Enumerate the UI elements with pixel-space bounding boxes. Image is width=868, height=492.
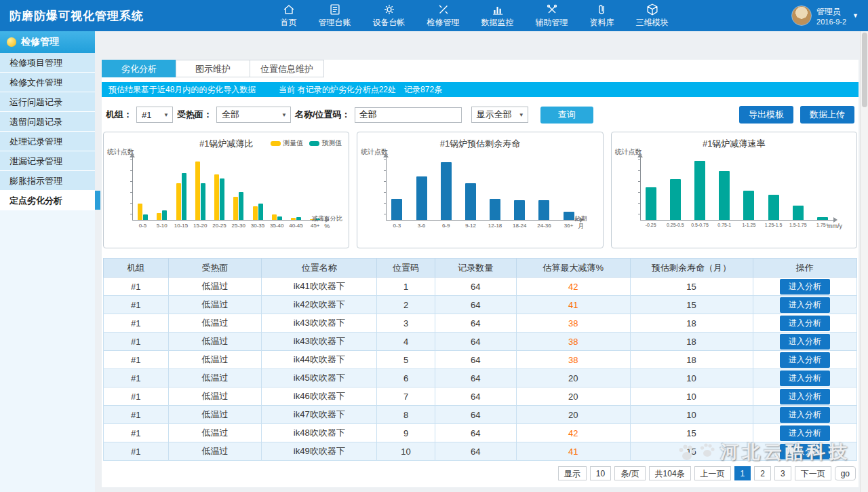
chevron-down-icon: ▼ (281, 112, 287, 118)
enter-analysis-button[interactable]: 进入分析 (780, 371, 830, 386)
tab-2[interactable]: 位置信息维护 (250, 60, 324, 77)
ledger-icon (328, 3, 342, 16)
chart-bar (465, 183, 476, 220)
surface-select[interactable]: 全部 ▼ (216, 107, 291, 123)
table-row: #1低温过ik41吹吹器下1644215进入分析 (104, 278, 857, 296)
notice-text-2: 当前 有记录的炉劣化分析点22处 记录872条 (279, 85, 442, 94)
cell-thinning: 42 (516, 278, 630, 296)
nav-item-3[interactable]: 检修管理 (427, 3, 460, 29)
bar-group: 30-35 (253, 157, 263, 220)
cell-code: 4 (377, 333, 435, 351)
unit-select[interactable]: #1 ▼ (136, 107, 173, 123)
next-page-button[interactable]: 下一页 (795, 466, 831, 480)
cell-unit: #1 (104, 369, 169, 387)
page-number-2[interactable]: 2 (754, 466, 771, 480)
x-tick-label: 24-36 (537, 223, 551, 229)
nav-item-6[interactable]: 资料库 (590, 3, 614, 29)
display-select[interactable]: 显示全部 ▼ (471, 107, 528, 123)
user-menu[interactable]: 管理员 2016-9-2 ▼ (791, 5, 859, 26)
enter-analysis-button[interactable]: 进入分析 (780, 407, 830, 423)
go-button[interactable]: go (835, 466, 856, 480)
bar-group: 24-36 (538, 157, 549, 220)
name-code-input[interactable] (355, 107, 462, 123)
cell-thinning: 38 (516, 314, 630, 333)
x-tick-label: 15-20 (193, 223, 207, 229)
cell-unit: #1 (104, 442, 169, 461)
enter-analysis-button[interactable]: 进入分析 (780, 352, 830, 368)
nav-item-7[interactable]: 三维模块 (636, 3, 669, 29)
cell-location: ik45吹吹器下 (262, 369, 377, 387)
cell-action: 进入分析 (753, 333, 856, 351)
cell-code: 1 (377, 278, 435, 296)
tab-1[interactable]: 图示维护 (176, 60, 250, 77)
cell-count: 64 (435, 406, 516, 424)
enter-analysis-button[interactable]: 进入分析 (780, 444, 830, 459)
cell-thinning: 20 (516, 406, 630, 424)
page-number-3[interactable]: 3 (774, 466, 791, 480)
cell-location: ik46吹吹器下 (262, 387, 377, 406)
chart-bar (514, 200, 525, 220)
bar-group: 0-3 (391, 157, 402, 220)
chart-bar (441, 162, 452, 220)
x-axis-label: mm/y (813, 223, 856, 230)
enter-analysis-button[interactable]: 进入分析 (780, 279, 830, 295)
nav-item-label: 数据监控 (481, 17, 514, 29)
nav-item-5[interactable]: 辅助管理 (536, 3, 568, 29)
nav-item-1[interactable]: 管理台账 (319, 3, 351, 29)
assist-icon (545, 3, 559, 16)
search-button[interactable]: 查询 (540, 107, 593, 124)
chart-bar (195, 162, 200, 220)
prev-page-button[interactable]: 上一页 (694, 466, 731, 480)
sidebar-item-1[interactable]: 检修文件管理 (0, 73, 95, 92)
nav-item-label: 检修管理 (427, 17, 460, 29)
enter-analysis-button[interactable]: 进入分析 (780, 389, 830, 404)
sidebar-item-3[interactable]: 遗留问题记录 (0, 112, 95, 132)
tab-0[interactable]: 劣化分析 (102, 60, 176, 77)
cell-unit: #1 (104, 424, 169, 442)
data-upload-button[interactable]: 数据上传 (800, 106, 854, 124)
bar-group: -0.25 (646, 157, 656, 220)
nav-item-0[interactable]: 首页 (281, 3, 297, 29)
table-header-row: 机组受热面位置名称位置码记录数量估算最大减薄%预估剩余寿命（月）操作 (104, 259, 857, 278)
sidebar-item-4[interactable]: 处理记录管理 (0, 132, 95, 151)
sidebar-item-6[interactable]: 膨胀指示管理 (0, 171, 95, 191)
sidebar-header-label: 检修管理 (21, 36, 59, 48)
export-template-button[interactable]: 导出模板 (739, 106, 793, 124)
bar-group: 40-45 (291, 157, 301, 220)
enter-analysis-button[interactable]: 进入分析 (780, 425, 830, 441)
column-header: 记录数量 (435, 259, 516, 278)
sidebar-item-2[interactable]: 运行问题记录 (0, 92, 95, 112)
chart-plot: -0.250.25-0.50.5-0.750.75-11-1.251.25-1.… (640, 157, 833, 221)
x-tick-label: 6-9 (442, 223, 450, 229)
chart-bar (768, 195, 779, 220)
x-tick-label: 1.25-1.5 (765, 223, 783, 227)
cell-code: 6 (377, 369, 435, 387)
vertical-scrollbar[interactable] (860, 31, 868, 492)
nav-item-4[interactable]: 数据监控 (481, 3, 514, 29)
surface-select-value: 全部 (222, 109, 239, 121)
enter-analysis-button[interactable]: 进入分析 (780, 297, 830, 313)
sidebar-item-5[interactable]: 泄漏记录管理 (0, 151, 95, 171)
chart-bar (538, 200, 549, 220)
nav-item-label: 辅助管理 (536, 17, 568, 29)
table-row: #1低温过ik42吹吹器下2644115进入分析 (104, 296, 857, 314)
cell-thinning: 38 (516, 351, 630, 369)
bar-group: 1.5-1.75 (793, 157, 804, 220)
nav-item-2[interactable]: 设备台帐 (373, 3, 406, 29)
enter-analysis-button[interactable]: 进入分析 (780, 316, 830, 331)
sidebar-item-7[interactable]: 定点劣化分析 (0, 191, 95, 210)
x-tick-label: 5-10 (157, 223, 167, 229)
page-size-select[interactable]: 10 (590, 466, 611, 480)
scrollbar-thumb[interactable] (862, 33, 867, 107)
sidebar-item-0[interactable]: 检修项目管理 (0, 53, 95, 73)
cell-life: 10 (630, 369, 753, 387)
page-number-1[interactable]: 1 (734, 466, 751, 480)
x-tick-label: 9-12 (465, 223, 476, 229)
enter-analysis-button[interactable]: 进入分析 (780, 334, 830, 349)
cell-life: 15 (630, 278, 753, 296)
app-title: 防磨防爆可视化管理系统 (0, 8, 157, 24)
bar-group: 20-25 (214, 157, 224, 220)
bar-group: 35-40 (272, 157, 282, 220)
charts-row: #1锅炉减薄比 测量值预测值 统计点数 0-55-1010-1515-2020-… (103, 132, 857, 248)
chart-panel-thinning-rate: #1锅炉减薄速率 统计点数 -0.250.25-0.50.5-0.750.75-… (611, 132, 857, 248)
